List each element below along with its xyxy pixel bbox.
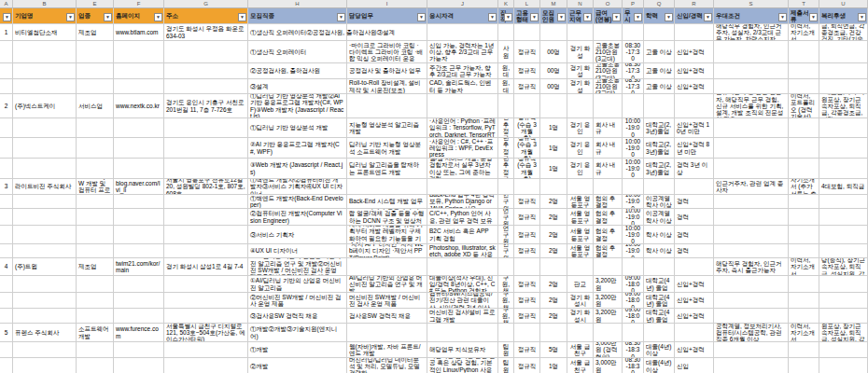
- cell-M3[interactable]: 00명: [540, 63, 567, 79]
- cell-L10[interactable]: 정규직: [514, 195, 540, 209]
- cell-E12[interactable]: [77, 226, 114, 244]
- cell-T13[interactable]: [789, 244, 819, 258]
- cell-B11[interactable]: [13, 209, 77, 226]
- cell-B14[interactable]: (주)트윔: [13, 258, 77, 276]
- cell-F6[interactable]: [114, 118, 164, 138]
- cell-O9[interactable]: [594, 179, 623, 195]
- cell-K20[interactable]: 팀원: [498, 358, 514, 373]
- cell-G4[interactable]: [164, 79, 248, 94]
- cell-U19[interactable]: [819, 342, 868, 358]
- cell-J13[interactable]: Photoshop, illustrator, sketch, adobe XD…: [427, 244, 498, 258]
- cell-I17[interactable]: 검사용SW 경력직 채용: [347, 309, 427, 324]
- cell-M9[interactable]: [540, 179, 567, 195]
- cell-L20[interactable]: 정규직: [514, 358, 540, 373]
- cell-O11[interactable]: 협의 후 결정: [594, 209, 623, 226]
- cell-P9[interactable]: [623, 179, 644, 195]
- cell-U13[interactable]: [819, 244, 868, 258]
- cell-K10[interactable]: 연구원: [498, 195, 514, 209]
- cell-H1[interactable]: ①생산직 오퍼레이터②공정검사원, 출하검사원③설계: [248, 24, 347, 41]
- cell-B12[interactable]: [13, 226, 77, 244]
- cell-K8[interactable]: 인턴 후 정규직: [498, 159, 514, 179]
- cell-N7[interactable]: 경기 용인: [567, 138, 594, 159]
- cell-Q13[interactable]: 학사 이상: [644, 244, 675, 258]
- cell-I3[interactable]: 공정검사 및 출하검사 업무: [347, 63, 427, 79]
- cell-T17[interactable]: [789, 309, 819, 324]
- cell-P20[interactable]: 08:30-18:30: [623, 358, 644, 373]
- cell-N3[interactable]: 경기 화성: [567, 63, 594, 79]
- cell-S3[interactable]: [714, 63, 789, 79]
- cell-I12[interactable]: 자사 서비스 개발을 위해 기획부터 개발 레벨까지 구체화하여 필요한 기능들…: [347, 226, 427, 244]
- cell-F10[interactable]: [114, 195, 164, 209]
- cell-U20[interactable]: [819, 358, 868, 373]
- cell-G6[interactable]: [164, 118, 248, 138]
- cell-E5[interactable]: 서비스업: [77, 94, 114, 118]
- cell-H17[interactable]: ③검사용SW 경력직 채용: [248, 309, 347, 324]
- cell-A6[interactable]: [0, 118, 13, 138]
- cell-S11[interactable]: [714, 209, 789, 226]
- cell-R5[interactable]: [675, 94, 714, 118]
- cell-S9[interactable]: 인근거주자, 관련 업계 종사자: [714, 179, 789, 195]
- cell-K14[interactable]: [498, 258, 514, 276]
- cell-P17[interactable]: 09:00-18:00: [623, 309, 644, 324]
- cell-R17[interactable]: 신입+경력: [675, 309, 714, 324]
- column-letter-Q[interactable]: Q: [644, 0, 675, 8]
- filter-button[interactable]: ▼: [154, 13, 162, 21]
- cell-B13[interactable]: [13, 244, 77, 258]
- cell-E6[interactable]: [77, 118, 114, 138]
- cell-M5[interactable]: [540, 94, 567, 118]
- cell-G7[interactable]: [164, 138, 248, 159]
- column-header-F[interactable]: 홈페이지▼: [114, 8, 164, 24]
- cell-M14[interactable]: [540, 258, 567, 276]
- cell-J6[interactable]: ·사용언어 : Python ·프레임워크 : Tensorflow, PyTo…: [427, 118, 498, 138]
- cell-R19[interactable]: 신입+경력: [675, 342, 714, 358]
- cell-F12[interactable]: [114, 226, 164, 244]
- cell-G2[interactable]: [164, 41, 248, 63]
- column-letter-L[interactable]: L: [514, 0, 540, 8]
- cell-I11[interactable]: CCTV 카메라 영상에서 사람 얼굴/객체 검출 등을 수행하는 DCNN 구…: [347, 209, 427, 226]
- cell-P8[interactable]: 10:00-19:00: [623, 159, 644, 179]
- cell-R6[interactable]: 신입+경력 10년 미만: [675, 118, 714, 138]
- cell-A3[interactable]: [0, 63, 13, 79]
- cell-J2[interactable]: 신입 가능, 경력자는 1년 이상, 향후 2/3교대 근무 가능자: [427, 41, 498, 63]
- cell-B18[interactable]: 퓨렌스 주식회사: [13, 324, 77, 342]
- cell-B20[interactable]: [13, 358, 77, 373]
- cell-A9[interactable]: 3: [0, 179, 13, 195]
- cell-T18[interactable]: 이력서, 자기소개서: [789, 324, 819, 342]
- cell-H11[interactable]: ②컴퓨터비전 개발자(Computer Vision Engineer): [248, 209, 347, 226]
- cell-H20[interactable]: ②개발: [248, 358, 347, 373]
- cell-U4[interactable]: [819, 79, 868, 94]
- cell-N8[interactable]: 경기 용인: [567, 159, 594, 179]
- cell-T1[interactable]: 이력서, 자기소개서: [789, 24, 819, 41]
- cell-O7[interactable]: 회사 내규: [594, 138, 623, 159]
- cell-J20[interactable]: 머신러닝/딥러닝 관련 전공 혹은 상당 경험, 기본적인 Linux/Pyth…: [427, 358, 498, 373]
- cell-P3[interactable]: 08:30-17:30: [623, 63, 644, 79]
- cell-H5[interactable]: ①딥러닝 기반 영상분석 개발②AI 기반 응용프로그램 개발자(C#, WPF…: [248, 94, 347, 118]
- cell-O4[interactable]: 고졸초봉 210만원 (3교대): [594, 79, 623, 94]
- cell-A2[interactable]: [0, 41, 13, 63]
- cell-G19[interactable]: [164, 342, 248, 358]
- cell-F4[interactable]: [114, 79, 164, 94]
- column-letter-R[interactable]: R: [675, 0, 714, 8]
- cell-Q5[interactable]: [644, 94, 675, 118]
- cell-K2[interactable]: 사원: [498, 41, 514, 63]
- cell-T11[interactable]: [789, 209, 819, 226]
- cell-E3[interactable]: [77, 63, 114, 79]
- cell-M7[interactable]: 1명: [540, 138, 567, 159]
- cell-S17[interactable]: [714, 309, 789, 324]
- cell-R2[interactable]: 신입+경력: [675, 41, 714, 63]
- cell-M8[interactable]: 1명: [540, 159, 567, 179]
- cell-K9[interactable]: [498, 179, 514, 195]
- cell-E15[interactable]: [77, 276, 114, 293]
- cell-N15[interactable]: 판교: [567, 276, 594, 293]
- column-letter-B[interactable]: B: [13, 0, 77, 8]
- cell-U14[interactable]: 4대보험, 사내식당(중식), 장기근속자포상, 퇴직금, 성실지원, 각종경조: [819, 258, 868, 276]
- cell-P11[interactable]: 10:00-19:00: [623, 209, 644, 226]
- cell-U3[interactable]: [819, 63, 868, 79]
- cell-N9[interactable]: [567, 179, 594, 195]
- cell-G9[interactable]: 서울시 영등포구 선유로12길 20, 성원빌딩 802-1호, 807호, 6…: [164, 179, 248, 195]
- cell-U7[interactable]: [819, 138, 868, 159]
- cell-K4[interactable]: 사원, 대리: [498, 79, 514, 94]
- cell-B7[interactable]: [13, 138, 77, 159]
- cell-A5[interactable]: 2: [0, 94, 13, 118]
- column-header-J[interactable]: 응시자격▼: [427, 8, 498, 24]
